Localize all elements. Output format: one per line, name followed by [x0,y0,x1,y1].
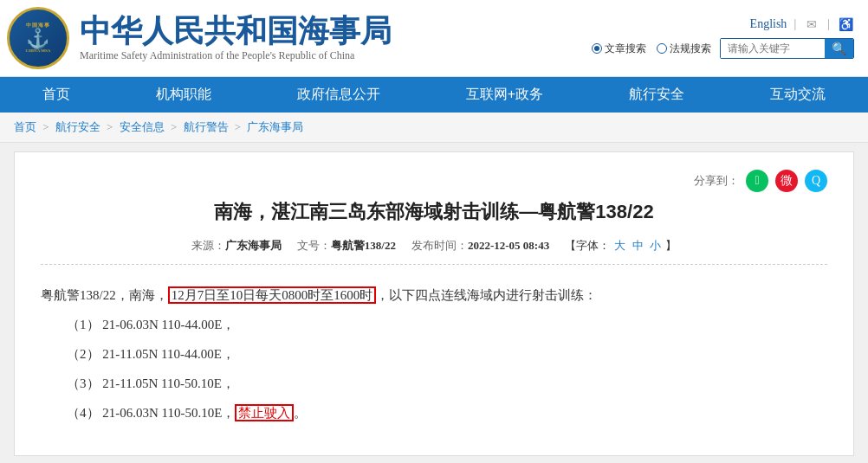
mail-icon[interactable]: ✉ [803,17,820,31]
source-value: 广东海事局 [225,239,282,252]
body-after-text: ，以下四点连线海域内进行射击训练： [376,288,597,302]
point-4-text: （4） 21-06.03N 110-50.10E， [67,406,235,420]
header-left: 中国海事 ⚓ CHINA MSA 中华人民共和国海事局 Maritime Saf… [7,7,392,69]
main-nav: 首页 机构职能 政府信息公开 互联网+政务 航行安全 互动交流 [0,77,868,113]
font-label: 【字体： [565,239,610,252]
point-3: （3） 21-11.05N 110-50.10E， [67,370,827,396]
nav-gov-info[interactable]: 政府信息公开 [273,77,405,113]
pubtime-item: 发布时间：2022-12-05 08:43 [411,238,549,254]
logo-text-bottom: CHINA MSA [26,48,51,54]
breadcrumb-sep4: > [235,120,244,133]
breadcrumb-nav-warning[interactable]: 航行警告 [184,120,229,133]
breadcrumb-sep1: > [42,120,52,133]
radio-law[interactable]: 法规搜索 [657,42,711,56]
radio-article-label: 文章搜索 [605,42,646,56]
font-size-ctrl: 【字体： 大 中 小 】 [565,238,677,254]
breadcrumb-sep3: > [171,120,180,133]
source-item: 来源：广东海事局 [191,238,282,254]
point-1: （1） 21-06.03N 110-44.00E， [67,312,827,338]
breadcrumb-nav-safety[interactable]: 航行安全 [55,120,100,133]
source-label: 来源： [191,239,225,252]
body-intro-text: 粤航警138/22，南海， [41,288,168,302]
search-button[interactable]: 🔍 [825,39,853,58]
docno-item: 文号：粤航警138/22 [297,238,396,254]
docno-label: 文号： [297,239,331,252]
site-title-cn: 中华人民共和国海事局 [80,14,392,48]
breadcrumb-safety-info[interactable]: 安全信息 [120,120,165,133]
header-right: English | ✉ | ♿ 文章搜索 法规搜索 🔍 [592,17,854,59]
breadcrumb-sep2: > [107,120,116,133]
nav-internet-gov[interactable]: 互联网+政务 [442,77,567,113]
logo: 中国海事 ⚓ CHINA MSA [7,7,69,69]
divider: | [794,17,796,31]
nav-interaction[interactable]: 互动交流 [746,77,850,113]
site-title-en: Maritime Safety Administration of the Pe… [80,49,392,62]
nav-institution[interactable]: 机构职能 [132,77,236,113]
article-meta: 来源：广东海事局 文号：粤航警138/22 发布时间：2022-12-05 08… [41,238,827,265]
share-wechat-icon[interactable]:  [746,170,768,192]
search-type-group: 文章搜索 法规搜索 [592,42,711,56]
article-title: 南海，湛江南三岛东部海域射击训练—粤航警138/22 [41,199,827,226]
nav-navigation-safety[interactable]: 航行安全 [605,77,709,113]
breadcrumb: 首页 > 航行安全 > 安全信息 > 航行警告 > 广东海事局 [0,113,868,143]
search-input-wrap: 🔍 [720,38,854,59]
article-content: 分享到：  微 Q 南海，湛江南三岛东部海域射击训练—粤航警138/22 来源… [14,151,854,456]
nav-home[interactable]: 首页 [18,77,94,113]
header-title: 中华人民共和国海事局 Maritime Safety Administratio… [80,14,392,63]
body-highlighted-date: 12月7日至10日每天0800时至1600时 [168,286,377,304]
divider2: | [827,17,830,31]
point-4: （4） 21-06.03N 110-50.10E，禁止驶入。 [67,400,827,426]
body-intro-para: 粤航警138/22，南海，12月7日至10日每天0800时至1600时，以下四点… [41,282,827,308]
search-input[interactable] [721,39,825,58]
point-2: （2） 21-11.05N 110-44.00E， [67,341,827,367]
english-link[interactable]: English [750,17,787,31]
font-large[interactable]: 大 [614,239,625,252]
font-small[interactable]: 小 [650,239,661,252]
anchor-icon: ⚓ [26,29,49,48]
accessibility-icon[interactable]: ♿ [837,17,854,31]
search-area: 文章搜索 法规搜索 🔍 [592,38,854,59]
prohibited-entry-label: 禁止驶入 [235,404,294,421]
pubtime-label: 发布时间： [411,239,468,252]
radio-dot-law [657,43,667,54]
article-body: 粤航警138/22，南海，12月7日至10日每天0800时至1600时，以下四点… [41,282,827,426]
radio-article[interactable]: 文章搜索 [592,42,646,56]
pubtime-value: 2022-12-05 08:43 [468,239,549,252]
breadcrumb-home[interactable]: 首页 [14,120,36,133]
font-medium[interactable]: 中 [632,239,644,252]
breadcrumb-guangdong-msa[interactable]: 广东海事局 [247,120,303,133]
share-bar: 分享到：  微 Q [41,170,827,192]
page-header: 中国海事 ⚓ CHINA MSA 中华人民共和国海事局 Maritime Saf… [0,0,868,77]
share-weibo-icon[interactable]: 微 [775,170,798,192]
share-qq-icon[interactable]: Q [805,170,827,192]
font-bracket-close: 】 [665,239,677,252]
header-links: English | ✉ | ♿ [750,17,854,31]
docno-value: 粤航警138/22 [331,239,396,252]
share-label: 分享到： [694,173,739,189]
point-4-punct: 。 [294,406,307,420]
radio-law-label: 法规搜索 [670,42,711,56]
radio-dot-article [592,43,602,54]
